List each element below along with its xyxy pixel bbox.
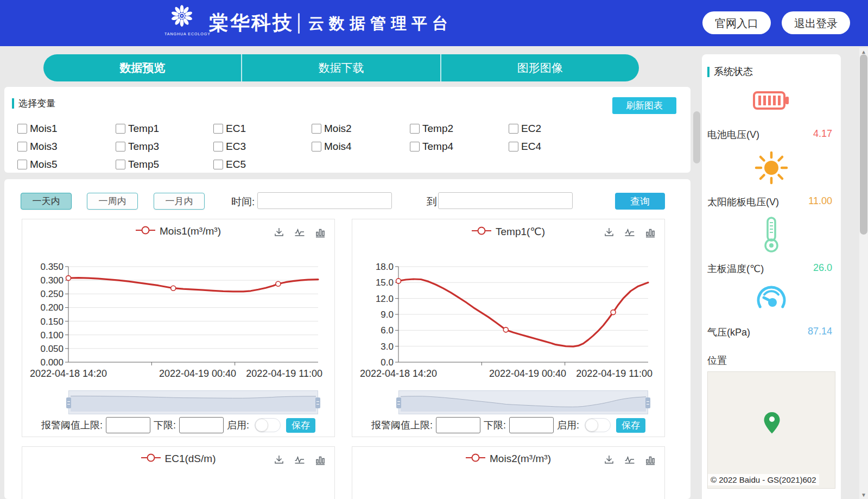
- svg-text:15.0: 15.0: [376, 277, 394, 288]
- svg-text:0.250: 0.250: [40, 289, 64, 299]
- checkbox-mois4[interactable]: [312, 142, 321, 151]
- tab-graphics[interactable]: 图形图像: [440, 54, 639, 81]
- page-scrollbar-thumb[interactable]: [860, 54, 867, 235]
- legend-marker-icon: [466, 453, 485, 465]
- bar-chart-icon[interactable]: [644, 226, 657, 239]
- scroll-down-arrow[interactable]: ▼: [859, 492, 868, 498]
- time-start-input[interactable]: [257, 192, 392, 209]
- checkbox-mois3[interactable]: [17, 142, 27, 151]
- svg-text:12.0: 12.0: [376, 294, 394, 304]
- tab-data-preview[interactable]: 数据预览: [43, 54, 241, 81]
- alarm-upper-label: 报警阈值上限:: [371, 419, 433, 432]
- metric-row: 电池电压(V)4.17: [702, 128, 841, 141]
- checkbox-mois1[interactable]: [17, 124, 27, 134]
- download-icon[interactable]: [273, 453, 286, 466]
- query-button[interactable]: 查询: [615, 193, 665, 210]
- metric-value: 26.0: [813, 262, 832, 275]
- location-label: 位置: [707, 354, 727, 367]
- checkbox-temp4[interactable]: [410, 142, 420, 151]
- checkbox-item-ec5[interactable]: EC5: [213, 155, 312, 173]
- checkbox-label: EC3: [226, 141, 246, 153]
- enable-toggle[interactable]: [585, 418, 611, 432]
- line-chart-icon[interactable]: [293, 226, 306, 239]
- checkbox-item-ec2[interactable]: EC2: [509, 119, 595, 137]
- location-map[interactable]: © 2022 Baidu - GS(2021)602: [707, 371, 835, 489]
- download-icon[interactable]: [603, 453, 616, 466]
- time-label: 时间:: [231, 195, 255, 209]
- svg-text:2022-04-19 00:40: 2022-04-19 00:40: [489, 368, 566, 379]
- checkbox-item-ec4[interactable]: EC4: [509, 137, 595, 155]
- chart-toolbar: [603, 453, 657, 466]
- svg-text:2022-04-19 11:00: 2022-04-19 11:00: [576, 368, 652, 379]
- range-button-one-day[interactable]: 一天内: [21, 193, 72, 210]
- bar-chart-icon[interactable]: [314, 226, 327, 239]
- save-button[interactable]: 保存: [616, 418, 645, 433]
- time-end-input[interactable]: [438, 192, 573, 209]
- save-button[interactable]: 保存: [286, 418, 315, 433]
- chart-plot: 0.3500.3000.2500.2000.1500.1000.0500.000…: [22, 247, 335, 388]
- svg-text:0.0: 0.0: [381, 357, 394, 368]
- checkbox-ec3[interactable]: [213, 142, 223, 151]
- download-icon[interactable]: [603, 226, 616, 239]
- checkbox-item-ec1[interactable]: EC1: [213, 119, 312, 137]
- range-button-one-week[interactable]: 一周内: [87, 193, 138, 210]
- checkbox-label: Temp4: [422, 141, 453, 153]
- checkbox-item-mois1[interactable]: Mois1: [17, 119, 116, 137]
- datazoom-slider[interactable]: [398, 390, 648, 414]
- checkbox-ec4[interactable]: [509, 142, 518, 151]
- refresh-chart-button[interactable]: 刷新图表: [612, 97, 676, 114]
- range-button-one-month[interactable]: 一月内: [154, 193, 205, 210]
- checkbox-item-mois4[interactable]: Mois4: [312, 137, 410, 155]
- datazoom-right-handle[interactable]: [315, 397, 320, 408]
- checkbox-mois5[interactable]: [17, 160, 27, 169]
- checkbox-item-mois3[interactable]: Mois3: [17, 137, 116, 155]
- checkbox-item-mois5[interactable]: Mois5: [17, 155, 116, 173]
- checkbox-item-temp4[interactable]: Temp4: [410, 137, 509, 155]
- metric-sun: [702, 150, 841, 186]
- enable-toggle[interactable]: [255, 418, 281, 432]
- charts-panel: 一天内一周内一月内 时间: 到 查询 Mois1(m³/m³)0.3500.30…: [4, 179, 690, 499]
- line-chart-icon[interactable]: [623, 453, 636, 466]
- variable-panel-scrollbar-thumb[interactable]: [693, 111, 700, 163]
- svg-text:2022-04-18 14:20: 2022-04-18 14:20: [30, 368, 107, 379]
- checkbox-item-temp5[interactable]: Temp5: [116, 155, 213, 173]
- datazoom-right-handle[interactable]: [645, 397, 650, 408]
- checkbox-item-temp1[interactable]: Temp1: [116, 119, 213, 137]
- svg-text:6.0: 6.0: [381, 325, 394, 336]
- line-chart-icon[interactable]: [623, 226, 636, 239]
- metric-battery: [702, 88, 841, 113]
- checkbox-item-temp2[interactable]: Temp2: [410, 119, 509, 137]
- checkbox-item-ec3[interactable]: EC3: [213, 137, 312, 155]
- checkbox-temp2[interactable]: [410, 124, 420, 134]
- line-chart-icon[interactable]: [293, 453, 306, 466]
- bar-chart-icon[interactable]: [644, 453, 657, 466]
- datazoom-slider[interactable]: [68, 390, 318, 414]
- bar-chart-icon[interactable]: [314, 453, 327, 466]
- app-root: TANGHUA ECOLOGY 棠华科技 云数据管理平台 官网入口 退出登录 数…: [0, 0, 868, 499]
- official-site-button[interactable]: 官网入口: [702, 11, 771, 34]
- datazoom-left-handle[interactable]: [66, 397, 71, 408]
- checkbox-item-temp3[interactable]: Temp3: [116, 137, 213, 155]
- sidebar-title-text: 系统状态: [714, 65, 753, 78]
- checkbox-temp1[interactable]: [116, 124, 125, 134]
- checkbox-item-mois2[interactable]: Mois2: [312, 119, 410, 137]
- alarm-lower-input[interactable]: [509, 417, 554, 433]
- checkbox-ec2[interactable]: [509, 124, 518, 134]
- svg-text:0.300: 0.300: [40, 275, 64, 286]
- download-icon[interactable]: [273, 226, 286, 239]
- logout-button[interactable]: 退出登录: [782, 11, 850, 34]
- checkbox-temp3[interactable]: [116, 142, 125, 151]
- alarm-lower-input[interactable]: [179, 417, 224, 433]
- metric-value: 4.17: [813, 128, 832, 141]
- metric-row: 气压(kPa)87.14: [702, 326, 841, 339]
- tab-data-download[interactable]: 数据下载: [241, 54, 440, 81]
- checkbox-mois2[interactable]: [312, 124, 321, 134]
- alarm-threshold-row: 报警阈值上限:下限:启用:保存: [22, 417, 334, 433]
- checkbox-ec1[interactable]: [213, 124, 223, 134]
- alarm-upper-input[interactable]: [106, 417, 150, 433]
- checkbox-temp5[interactable]: [116, 160, 125, 169]
- checkbox-ec5[interactable]: [213, 160, 223, 169]
- chart-card-temp1: Temp1(℃)18.015.012.09.06.03.00.02022-04-…: [352, 219, 665, 437]
- datazoom-left-handle[interactable]: [396, 397, 401, 408]
- alarm-upper-input[interactable]: [436, 417, 480, 433]
